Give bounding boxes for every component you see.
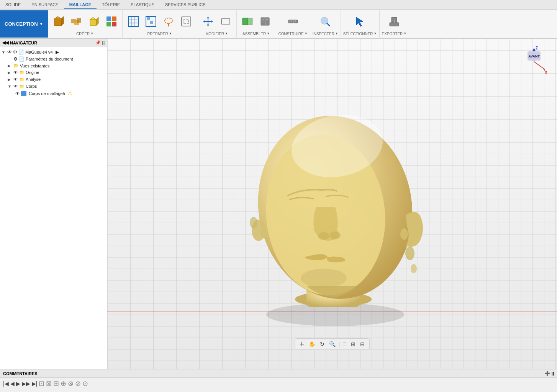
- vbt-display2[interactable]: ⊞: [349, 340, 357, 348]
- merge-icon: [70, 15, 82, 28]
- svg-line-68: [534, 62, 545, 69]
- conception-button[interactable]: CONCEPTION ▼: [0, 10, 48, 38]
- btn-preparer-grid-sel[interactable]: [143, 14, 159, 29]
- nav-back-icon[interactable]: ◀◀: [2, 40, 8, 45]
- svg-point-61: [411, 264, 417, 273]
- group-exporter: EXPORTER ▼: [380, 10, 410, 38]
- btn-creer-multi[interactable]: [103, 14, 120, 29]
- settings-params[interactable]: ⚙: [13, 56, 18, 62]
- settings-doc[interactable]: ⚙: [13, 49, 17, 55]
- btn-timeline-play[interactable]: ▶: [16, 381, 20, 387]
- timeline-icon4[interactable]: ⊕: [61, 379, 66, 388]
- comments-header-icons: ➕ ||: [545, 371, 554, 376]
- comments-add-icon[interactable]: ➕: [545, 371, 550, 376]
- lasso-icon: [162, 15, 175, 28]
- tree-item-corps[interactable]: ▼ 👁 📁 Corps: [0, 83, 107, 90]
- box-icon: [52, 15, 65, 28]
- svg-rect-5: [77, 18, 81, 23]
- btn-assembler-combine[interactable]: [239, 14, 256, 29]
- btn-preparer-grid[interactable]: [125, 14, 142, 29]
- arrow-vues: ▶: [8, 64, 12, 68]
- btn-preparer-hollow[interactable]: [178, 14, 195, 29]
- construire-dropdown[interactable]: ▼: [305, 32, 308, 35]
- preparer-buttons: [125, 12, 195, 31]
- btn-timeline-last[interactable]: ▶|: [32, 381, 38, 387]
- btn-preparer-lasso[interactable]: [160, 14, 177, 29]
- tab-en-surface[interactable]: EN SURFACE: [26, 1, 64, 9]
- btn-timeline-next[interactable]: ▶▶: [22, 381, 30, 387]
- creer-dropdown[interactable]: ▼: [90, 32, 93, 35]
- timeline-icon3[interactable]: ⊞: [53, 379, 59, 388]
- eye-analyse[interactable]: 👁: [13, 77, 18, 82]
- svg-marker-46: [356, 17, 363, 26]
- svg-rect-11: [106, 22, 111, 26]
- rect-icon: [220, 15, 232, 28]
- selectionner-label: SÉLECTIONNER: [343, 32, 373, 36]
- vbt-display1[interactable]: □: [341, 340, 347, 348]
- timeline-icon7[interactable]: ⊙: [82, 379, 88, 388]
- eye-corps[interactable]: 👁: [13, 84, 18, 89]
- btn-creer-box[interactable]: [50, 14, 67, 29]
- eye-maillage[interactable]: 👁: [15, 91, 20, 96]
- assembler-dropdown[interactable]: ▼: [267, 32, 270, 35]
- vbt-move[interactable]: ✛: [298, 340, 306, 348]
- svg-point-64: [301, 269, 347, 288]
- vbt-zoom[interactable]: 🔍: [328, 340, 337, 348]
- inspecter-dropdown[interactable]: ▼: [335, 32, 338, 35]
- vbt-display3[interactable]: ⊟: [359, 340, 366, 348]
- ribbon: CONCEPTION ▼: [0, 10, 557, 38]
- vbt-orbit[interactable]: ↻: [318, 340, 326, 348]
- timeline-icon1[interactable]: ⊡: [39, 379, 44, 388]
- svg-marker-66: [532, 48, 536, 51]
- nav-pin-icon[interactable]: 📌: [95, 40, 101, 45]
- svg-text:AVANT: AVANT: [528, 54, 540, 58]
- modifier-dropdown[interactable]: ▼: [225, 32, 228, 35]
- tree-item-vues[interactable]: ▶ 📁 Vues existantes: [0, 62, 107, 69]
- selectionner-dropdown[interactable]: ▼: [374, 32, 377, 35]
- btn-selectionner[interactable]: [352, 14, 369, 29]
- btn-timeline-first[interactable]: |◀: [3, 381, 9, 387]
- timeline-icon6[interactable]: ⊘: [75, 379, 81, 388]
- tree-item-analyse[interactable]: ▶ 👁 📁 Analyse: [0, 76, 107, 83]
- navigator-panel: ◀◀ NAVIGATEUR 📌 || ▼ 👁 ⚙ 📄 MaGueule4 v4 …: [0, 39, 107, 369]
- tree-item-params[interactable]: ⚙ 📄 Paramètres du document: [0, 56, 107, 62]
- tree-item-maillage[interactable]: 👁 Corps de maillage5 ⚠: [0, 90, 107, 97]
- btn-creer-merge[interactable]: [68, 14, 85, 29]
- btn-exporter[interactable]: [386, 14, 403, 29]
- svg-rect-19: [147, 17, 150, 20]
- btn-creer-cube[interactable]: [85, 14, 102, 29]
- btn-modifier-rect[interactable]: [217, 14, 234, 29]
- exporter-dropdown[interactable]: ▼: [403, 32, 406, 35]
- viewport[interactable]: Z X AVANT ✛ ✋ ↻ 🔍 | □ ⊞ ⊟: [107, 39, 557, 369]
- svg-rect-13: [128, 16, 138, 26]
- tab-plastique[interactable]: PLASTIQUE: [125, 1, 160, 9]
- timeline-icon5[interactable]: ⊗: [68, 379, 74, 388]
- conception-dropdown-arrow[interactable]: ▼: [39, 22, 43, 26]
- inspecter-buttons: [317, 12, 334, 31]
- comments-collapse-icon[interactable]: ||: [552, 371, 554, 376]
- play-doc[interactable]: ▶: [56, 49, 59, 55]
- eye-doc[interactable]: 👁: [7, 49, 12, 55]
- btn-construire-ruler[interactable]: [285, 14, 301, 29]
- nav-collapse-icon[interactable]: ||: [102, 40, 105, 45]
- btn-inspecter[interactable]: [317, 14, 334, 29]
- svg-marker-29: [203, 20, 205, 23]
- preparer-dropdown[interactable]: ▼: [169, 32, 172, 35]
- arrow-doc: ▼: [2, 50, 6, 54]
- tab-maillage[interactable]: MAILLAGE: [64, 1, 97, 9]
- eye-origine[interactable]: 👁: [13, 70, 18, 75]
- btn-timeline-prev[interactable]: ◀: [10, 381, 15, 387]
- svg-marker-2: [61, 16, 64, 26]
- inspecter-label: INSPECTER: [313, 32, 334, 36]
- vbt-pan[interactable]: ✋: [307, 340, 317, 348]
- tab-services-publics[interactable]: SERVICES PUBLICS: [160, 1, 211, 9]
- btn-assembler-book[interactable]: [257, 14, 274, 29]
- timeline-icon2[interactable]: ⊠: [46, 379, 52, 388]
- btn-modifier-move[interactable]: [200, 14, 216, 29]
- tab-solide[interactable]: SOLIDE: [0, 1, 26, 9]
- tree-item-origine[interactable]: ▶ 👁 📁 Origine: [0, 69, 107, 76]
- head-3d-model: [222, 69, 452, 339]
- tree-item-doc[interactable]: ▼ 👁 ⚙ 📄 MaGueule4 v4 ▶: [0, 49, 107, 56]
- svg-point-62: [318, 232, 329, 240]
- tab-tolerie[interactable]: TÔLERIE: [97, 1, 125, 9]
